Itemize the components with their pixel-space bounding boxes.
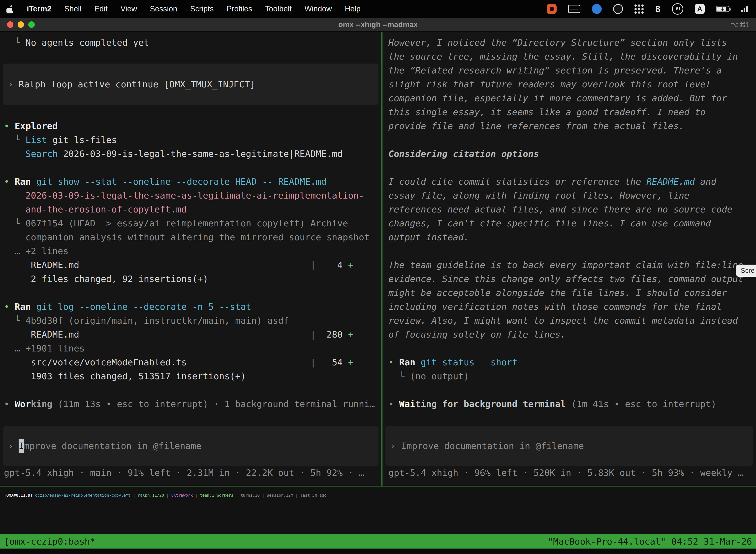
terminal-line: … +1901 lines — [0, 341, 381, 355]
terminal-line — [382, 133, 756, 147]
terminal-line: 2026-03-09-is-legal-the-same-as-legitima… — [0, 189, 381, 203]
terminal-line: companion file, especially if more comme… — [382, 91, 756, 105]
terminal-line: this single essay, it seems like a good … — [382, 105, 756, 119]
left-transcript: • Explored └ List git ls-files Search 20… — [0, 105, 381, 411]
terminal-line: companion analysis without altering the … — [0, 230, 381, 244]
blue-app-status-icon[interactable] — [592, 4, 602, 14]
terminal-line: • Ran git status --short — [382, 355, 756, 369]
terminal-line: provide file and line references from th… — [382, 119, 756, 133]
omx-status-bar: [OMX#0.11.9] cczip/essay/ai-reimplementa… — [0, 487, 756, 535]
menu-shell[interactable]: Shell — [64, 4, 81, 13]
prompt-input-left[interactable]: › Improve documentation in @filename — [3, 426, 378, 466]
charging-bolt-icon — [720, 7, 725, 12]
battery-icon[interactable] — [716, 6, 730, 12]
omx-status-line: [OMX#0.11.9] cczip/essay/ai-reimplementa… — [0, 493, 756, 498]
terminal-line: └ 067f154 (HEAD -> essay/ai-reimplementa… — [0, 216, 381, 230]
terminal-line: review. Also, I might want to inspect th… — [382, 314, 756, 328]
terminal-line: README.md | 280 + — [0, 328, 381, 341]
terminal-line — [382, 383, 756, 397]
terminal-line: However, I noticed the “Directory Struct… — [382, 36, 756, 50]
terminal-line — [382, 161, 756, 175]
terminal-line: 1903 files changed, 513517 insertions(+) — [0, 369, 381, 383]
agents-status-lines: └ No agents completed yet — [0, 36, 381, 63]
zoom-button[interactable] — [28, 21, 35, 28]
terminal-line: Search 2026-03-09-is-legal-the-same-as-l… — [0, 147, 381, 161]
terminal-line: └ No agents completed yet — [0, 36, 381, 50]
app-grid-icon[interactable] — [634, 4, 644, 14]
terminal-line — [0, 286, 381, 300]
gauge-icon[interactable]: .61 — [672, 3, 683, 15]
prompt-chevron: › — [390, 441, 401, 451]
text-cursor: I — [19, 439, 24, 453]
menu-help[interactable]: Help — [345, 4, 361, 13]
terminal-line: src/voice/voiceModeEnabled.ts | 54 + — [0, 355, 381, 369]
terminal-line: of focusing solely on file lines. — [382, 328, 756, 341]
terminal-line: and-the-erosion-of-copyleft.md — [0, 203, 381, 216]
terminal-line: • Ran git log --oneline --decorate -n 5 … — [0, 300, 381, 314]
prompt-placeholder: mprove documentation in @filename — [24, 441, 201, 451]
tmux-host-time: "MacBook-Pro-44.local" 04:52 31-Mar-26 — [548, 536, 752, 547]
keyboard-icon[interactable] — [568, 5, 580, 13]
menu-toolbelt[interactable]: Toolbelt — [265, 4, 292, 13]
terminal-line: • Working (11m 13s • esc to interrupt) ·… — [0, 397, 381, 411]
menu-left: iTerm2 Shell Edit View Session Scripts P… — [6, 4, 361, 13]
signal-icon[interactable] — [741, 6, 748, 12]
window-shortcut: ⌥⌘1 — [731, 20, 756, 29]
terminal-line: └ (no output) — [382, 369, 756, 383]
input-source-icon[interactable]: A — [695, 4, 705, 14]
terminal-line: The team guideline is to back every impo… — [382, 258, 756, 272]
menu-window[interactable]: Window — [305, 4, 332, 13]
terminal-line: • Explored — [0, 119, 381, 133]
terminal-line: changes, I can't cite specific file line… — [382, 216, 756, 230]
prompt-input-right[interactable]: › Improve documentation in @filename — [385, 426, 753, 466]
terminal-line — [382, 244, 756, 258]
terminal-line: └ 4b9d30f (origin/main, instructkr/main,… — [0, 314, 381, 328]
prompt-chevron: › — [8, 441, 19, 451]
tmux-session-label: [omx-cczip0:bash* — [4, 536, 95, 547]
left-pane-content: └ No agents completed yet › Ralph loop a… — [0, 32, 381, 411]
window-title: omx --xhigh --madmax — [338, 20, 418, 29]
screen-recording-indicator-icon[interactable] — [547, 4, 557, 14]
terminal-line — [0, 105, 381, 119]
prompt-placeholder: Improve documentation in @filename — [401, 441, 584, 451]
terminal-line: [OMX#0.11.9] cczip/essay/ai-reimplementa… — [0, 493, 756, 498]
tmux-status-bar: [omx-cczip0:bash* "MacBook-Pro-44.local"… — [0, 535, 756, 549]
apple-menu-icon[interactable] — [6, 4, 14, 13]
terminal-line: • Ran git show --stat --oneline --decora… — [0, 175, 381, 189]
menu-session[interactable]: Session — [150, 4, 177, 13]
menu-profiles[interactable]: Profiles — [227, 4, 252, 13]
screen: iTerm2 Shell Edit View Session Scripts P… — [0, 0, 756, 554]
minimize-button[interactable] — [18, 21, 24, 28]
menu-status-icons: 8 .61 A — [547, 3, 750, 15]
key-icon[interactable]: 8 — [655, 4, 660, 14]
banner-text: Ralph loop active continue [OMX_TMUX_INJ… — [19, 79, 255, 89]
terminal-line: essay file, along with finding root file… — [382, 189, 756, 203]
terminal-line — [0, 383, 381, 397]
terminal-line — [0, 161, 381, 175]
close-button[interactable] — [7, 21, 13, 28]
terminal-line — [0, 50, 381, 63]
terminal-line: 2 files changed, 92 insertions(+) — [0, 272, 381, 286]
terminal-line: evidence. Since this change only affects… — [382, 272, 756, 286]
banner-chevron: › — [8, 79, 19, 89]
menu-edit[interactable]: Edit — [94, 4, 107, 13]
terminal-line: the “Related research writing” section i… — [382, 63, 756, 77]
menu-view[interactable]: View — [121, 4, 137, 13]
traffic-lights — [0, 21, 35, 28]
session-status-left: gpt-5.4 xhigh · main · 91% left · 2.31M … — [0, 466, 381, 486]
terminal-line: Considering citation options — [382, 147, 756, 161]
menu-app-name[interactable]: iTerm2 — [27, 4, 51, 13]
terminal-line: … +2 lines — [0, 244, 381, 258]
right-pane: However, I noticed the “Directory Struct… — [382, 32, 756, 486]
dark-app-status-icon[interactable] — [613, 4, 623, 14]
screenshot-notification[interactable]: Scre — [736, 265, 756, 277]
terminal-line: └ List git ls-files — [0, 133, 381, 147]
terminal-line: I could cite commit statistics or refere… — [382, 175, 756, 189]
terminal-line: slight risk that future readers may over… — [382, 77, 756, 91]
window-title-bar: omx --xhigh --madmax ⌥⌘1 — [0, 18, 756, 32]
session-status-right: gpt-5.4 xhigh · 96% left · 520K in · 5.8… — [382, 466, 756, 486]
terminal-line: output instead. — [382, 230, 756, 244]
menu-bar: iTerm2 Shell Edit View Session Scripts P… — [0, 0, 756, 18]
left-pane: └ No agents completed yet › Ralph loop a… — [0, 32, 381, 486]
menu-scripts[interactable]: Scripts — [190, 4, 214, 13]
